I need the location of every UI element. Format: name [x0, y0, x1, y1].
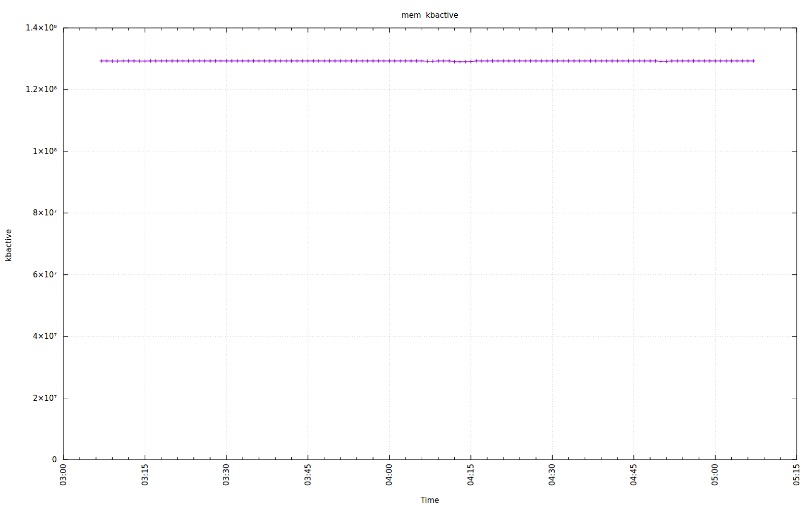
chart-title: mem kbactive [401, 11, 458, 20]
y-tick-label: 0 [52, 455, 57, 464]
tick-layer [63, 28, 797, 460]
x-tick-label: 03:15 [141, 464, 150, 486]
y-axis-label: kbactive [4, 229, 13, 262]
y-tick-label: 6×10⁷ [33, 270, 57, 279]
y-tick-label: 8×10⁷ [33, 208, 57, 217]
y-tick-label: 2×10⁷ [33, 394, 57, 403]
x-tick-label: 04:15 [466, 464, 476, 486]
series-layer [99, 59, 755, 64]
chart-canvas: 02×10⁷4×10⁷6×10⁷8×10⁷1×10⁸1.2×10⁸1.4×10⁸… [0, 0, 812, 508]
x-tick-label: 04:30 [548, 464, 557, 486]
x-axis-label: Time [420, 496, 439, 505]
y-tick-label: 1.4×10⁸ [25, 23, 57, 33]
x-tick-label: 05:00 [710, 464, 720, 486]
x-tick-label: 04:45 [629, 464, 638, 486]
plot-border [63, 28, 797, 460]
y-tick-label: 4×10⁷ [33, 332, 57, 341]
x-tick-label: 04:00 [385, 464, 394, 486]
x-tick-label: 03:45 [303, 464, 313, 486]
x-tick-label: 05:15 [792, 464, 801, 486]
y-tick-label: 1×10⁸ [33, 147, 57, 156]
x-tick-label: 03:30 [222, 464, 231, 486]
x-tick-label: 03:00 [59, 464, 68, 486]
tick-label-layer: 02×10⁷4×10⁷6×10⁷8×10⁷1×10⁸1.2×10⁸1.4×10⁸… [25, 23, 801, 486]
y-tick-label: 1.2×10⁸ [25, 85, 57, 94]
grid-layer [63, 28, 797, 460]
